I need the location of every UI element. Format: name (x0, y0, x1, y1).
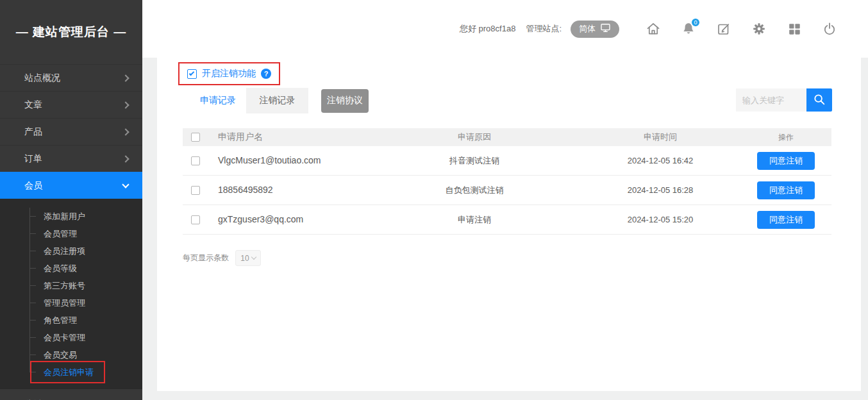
header-username: 申请用户名 (208, 131, 369, 143)
bell-icon[interactable]: 0 (680, 21, 697, 37)
gear-icon[interactable] (751, 21, 767, 37)
table-header: 申请用户名 申请原因 申请时间 操作 (183, 128, 831, 146)
chevron-down-icon (251, 254, 256, 260)
sidebar-item-articles[interactable]: 文章 (0, 91, 142, 118)
reason-cell: 抖音测试注销 (369, 155, 580, 167)
sidebar-item-site-overview[interactable]: 站点概况 (0, 64, 142, 91)
monitor-icon (600, 23, 611, 35)
main-panel: 开启注销功能 申请记录 注销记录 注销协议 申请用户名 申请原因 申请时间 操作 (157, 58, 861, 391)
reason-cell: 自负包测试注销 (369, 185, 580, 196)
table-row: gxTzguser3@qq.com 申请注销 2024-12-05 15:20 … (183, 205, 831, 235)
page-size-value: 10 (240, 254, 249, 263)
sidebar-subitem-registration-fields[interactable]: 会员注册项 (0, 242, 142, 260)
app-logo: — 建站管理后台 — (0, 0, 142, 64)
edit-icon[interactable] (715, 21, 732, 37)
agree-cancel-button[interactable]: 同意注销 (757, 211, 815, 229)
agree-cancel-button[interactable]: 同意注销 (757, 181, 815, 199)
tab-cancellation-records[interactable]: 注销记录 (246, 88, 308, 113)
select-all-checkbox[interactable] (191, 133, 200, 142)
grid-icon[interactable] (786, 21, 803, 37)
username-cell: 18856495892 (218, 185, 273, 195)
table-row: 18856495892 自负包测试注销 2024-12-05 16:28 同意注… (183, 176, 831, 205)
sidebar-subitem-member-cards[interactable]: 会员卡管理 (0, 329, 142, 346)
search-icon (812, 92, 826, 108)
search-input[interactable] (736, 88, 806, 112)
enable-cancellation-checkbox[interactable] (187, 69, 197, 79)
notification-badge: 0 (690, 17, 701, 28)
username-cell: VlgcMuser1@toutiao.com (218, 155, 321, 165)
time-cell: 2024-12-05 16:28 (580, 185, 740, 195)
cancellation-table: 申请用户名 申请原因 申请时间 操作 VlgcMuser1@toutiao.co… (183, 128, 831, 235)
chevron-right-icon (122, 74, 129, 81)
search-button[interactable] (806, 88, 832, 112)
sidebar-item-distribution[interactable]: 分销 (0, 388, 142, 400)
check-icon (189, 70, 194, 75)
username-cell: gxTzguser3@qq.com (218, 214, 303, 224)
row-checkbox[interactable] (191, 215, 200, 224)
sidebar-nav: 站点概况 文章 产品 订单 会员 添加新用户 会员管理 会员注册项 会员等级 第… (0, 64, 142, 400)
table-row: VlgcMuser1@toutiao.com 抖音测试注销 2024-12-05… (183, 146, 831, 176)
chevron-right-icon (122, 101, 129, 108)
sidebar-subitem-member-management[interactable]: 会员管理 (0, 225, 142, 242)
members-submenu: 添加新用户 会员管理 会员注册项 会员等级 第三方账号 管理员管理 角色管理 会… (0, 199, 142, 388)
time-cell: 2024-12-05 15:20 (580, 215, 740, 224)
sidebar-subitem-third-party-accounts[interactable]: 第三方账号 (0, 277, 142, 294)
power-icon[interactable] (821, 21, 838, 37)
reason-cell: 申请注销 (369, 214, 580, 226)
agree-cancel-button[interactable]: 同意注销 (757, 152, 815, 170)
sidebar-subitem-member-levels[interactable]: 会员等级 (0, 260, 142, 277)
page-size-control: 每页显示条数 10 (183, 250, 261, 266)
sidebar-subitem-member-cancellation[interactable]: 会员注销申请 (0, 363, 142, 381)
sidebar-subitem-member-transactions[interactable]: 会员交易 (0, 346, 142, 363)
sidebar-subitem-admin-management[interactable]: 管理员管理 (0, 294, 142, 312)
sidebar-item-orders[interactable]: 订单 (0, 145, 142, 172)
header-reason: 申请原因 (369, 131, 580, 143)
cancellation-agreement-button[interactable]: 注销协议 (321, 89, 369, 113)
header-action: 操作 (740, 132, 831, 143)
row-checkbox[interactable] (191, 156, 200, 165)
sidebar-item-members[interactable]: 会员 (0, 172, 142, 199)
annotation-box-toggle: 开启注销功能 (178, 62, 280, 85)
managed-site-label: 管理站点: (526, 23, 562, 35)
tabs: 申请记录 注销记录 注销协议 (190, 88, 369, 113)
chevron-right-icon (122, 155, 129, 162)
sidebar-subitem-add-user[interactable]: 添加新用户 (0, 208, 142, 225)
greeting-text: 您好 pro8cf1a8 (460, 23, 515, 35)
sidebar-subitem-role-management[interactable]: 角色管理 (0, 312, 142, 329)
sidebar-item-products[interactable]: 产品 (0, 118, 142, 145)
sidebar: — 建站管理后台 — 站点概况 文章 产品 订单 会员 添加新用户 会员管理 会… (0, 0, 142, 400)
header-time: 申请时间 (580, 131, 740, 143)
tab-application-records[interactable]: 申请记录 (190, 88, 246, 113)
help-icon[interactable] (261, 69, 271, 79)
topbar-icons: 0 (645, 21, 838, 37)
language-label: 简体 (579, 23, 596, 35)
chevron-down-icon (122, 181, 129, 188)
enable-cancellation-label: 开启注销功能 (202, 68, 256, 79)
chevron-right-icon (122, 128, 129, 135)
page-size-select[interactable]: 10 (235, 250, 261, 266)
page-size-label: 每页显示条数 (183, 253, 229, 263)
language-preview-button[interactable]: 简体 (571, 21, 619, 38)
time-cell: 2024-12-05 16:42 (580, 156, 740, 165)
search-bar (736, 88, 832, 112)
home-icon[interactable] (645, 21, 662, 37)
row-checkbox[interactable] (191, 186, 200, 195)
topbar: 您好 pro8cf1a8 管理站点: 简体 0 (142, 0, 868, 58)
